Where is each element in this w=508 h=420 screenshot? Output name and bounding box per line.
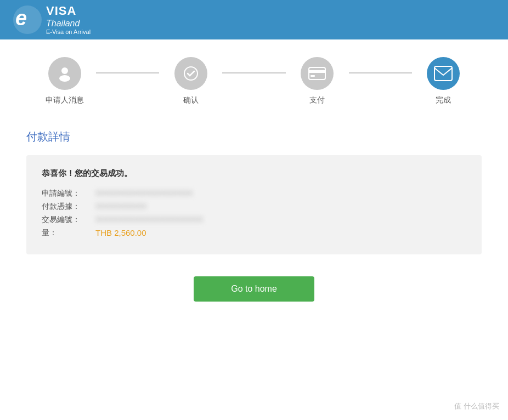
- connector-1: [96, 72, 159, 73]
- person-icon: [57, 65, 73, 82]
- main-content: 付款詳情 恭喜你！您的交易成功。 申請編號： XXXXXXXXXXXXXXXXX…: [0, 116, 508, 315]
- watermark: 值 什么值得买: [454, 401, 499, 411]
- transaction-number-value: XXXXXXXXXXXXXXXXXXXXX: [95, 215, 203, 224]
- step-complete-label: 完成: [436, 95, 451, 105]
- svg-rect-6: [309, 70, 325, 73]
- card-icon: [308, 67, 326, 80]
- step-confirm: 确认: [159, 57, 222, 105]
- svg-rect-5: [309, 67, 325, 80]
- connector-3: [349, 72, 412, 73]
- brand-name: VISA: [46, 4, 91, 18]
- section-title: 付款詳情: [26, 129, 482, 144]
- amount-value: THB 2,560.00: [95, 228, 146, 237]
- step-complete: 完成: [412, 57, 475, 105]
- logo-icon: e: [13, 5, 42, 34]
- svg-rect-7: [311, 75, 315, 77]
- step-complete-circle: [427, 57, 460, 90]
- payment-detail-box: 恭喜你！您的交易成功。 申請編號： XXXXXXXXXXXXXXXXXXX 付款…: [26, 155, 482, 254]
- application-number-label: 申請編號：: [42, 189, 91, 198]
- go-to-home-button[interactable]: Go to home: [194, 276, 314, 302]
- step-confirm-label: 确认: [183, 95, 199, 105]
- transaction-number-row: 交易編號： XXXXXXXXXXXXXXXXXXXXX: [42, 215, 466, 225]
- svg-rect-8: [434, 66, 452, 81]
- step-applicant: 申请人消息: [33, 57, 96, 105]
- step-payment-circle: [301, 57, 334, 90]
- payment-receipt-label: 付款憑據：: [42, 202, 91, 212]
- application-number-row: 申請編號： XXXXXXXXXXXXXXXXXXX: [42, 189, 466, 198]
- step-applicant-label: 申请人消息: [46, 95, 84, 105]
- logo-text: VISA Thailand E-Visa on Arrival: [46, 4, 91, 36]
- logo: e VISA Thailand E-Visa on Arrival: [13, 4, 91, 36]
- step-payment: 支付: [286, 57, 349, 105]
- mail-icon: [434, 66, 453, 81]
- progress-steps: 申请人消息 确认 支付 完成: [0, 39, 508, 116]
- application-number-value: XXXXXXXXXXXXXXXXXXX: [95, 189, 193, 197]
- svg-point-2: [61, 67, 68, 74]
- step-payment-label: 支付: [309, 95, 325, 105]
- button-container: Go to home: [26, 276, 482, 302]
- brand-sub: Thailand: [46, 18, 91, 29]
- step-applicant-circle: [48, 57, 81, 90]
- check-icon: [183, 66, 199, 81]
- site-header: e VISA Thailand E-Visa on Arrival: [0, 0, 508, 39]
- success-message: 恭喜你！您的交易成功。: [42, 168, 466, 179]
- payment-receipt-row: 付款憑據： XXXXXXXXXX: [42, 202, 466, 212]
- svg-text:e: e: [15, 7, 27, 30]
- amount-row: 量： THB 2,560.00: [42, 228, 466, 238]
- svg-point-4: [184, 67, 197, 80]
- connector-2: [222, 72, 285, 73]
- transaction-number-label: 交易編號：: [42, 215, 91, 225]
- brand-tagline: E-Visa on Arrival: [46, 29, 91, 36]
- amount-label: 量：: [42, 228, 91, 238]
- step-confirm-circle: [174, 57, 207, 90]
- payment-receipt-value: XXXXXXXXXX: [95, 202, 146, 211]
- svg-point-3: [59, 75, 70, 82]
